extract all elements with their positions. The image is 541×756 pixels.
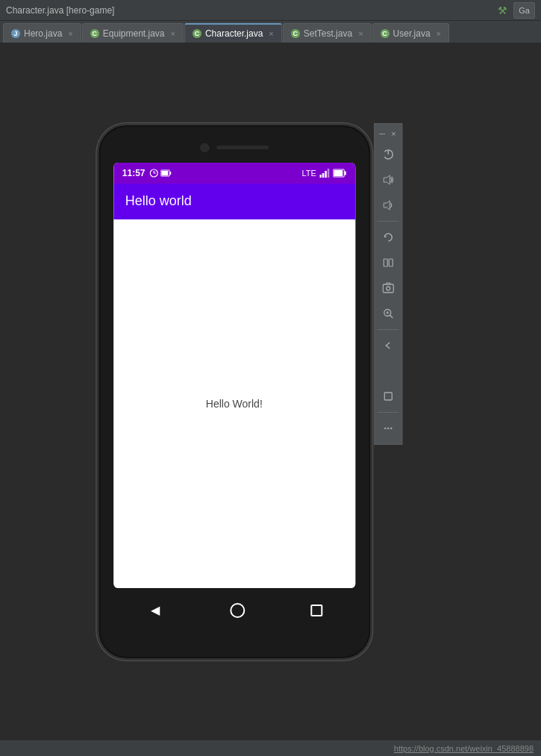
- hello-world-text: Hello World!: [206, 398, 263, 410]
- tab-user[interactable]: C User.java ×: [372, 23, 449, 43]
- tab-label-character: Character.java: [205, 28, 263, 39]
- clock-icon: [150, 169, 159, 178]
- title-bar: Character.java [hero-game] ⚒ Ga: [0, 0, 541, 21]
- tab-icon-hero: J: [11, 29, 20, 38]
- svg-point-29: [390, 427, 392, 428]
- tab-label-user: User.java: [393, 28, 431, 39]
- editor-area: 11:57: [0, 43, 541, 740]
- tab-character[interactable]: C Character.java ×: [184, 23, 282, 43]
- phone-top-bar: [106, 133, 363, 163]
- status-bar: 11:57: [113, 163, 355, 184]
- svg-point-28: [387, 427, 389, 428]
- power-button[interactable]: [376, 143, 400, 166]
- tab-icon-settest: C: [291, 29, 300, 38]
- svg-point-27: [384, 427, 386, 428]
- tab-close-equipment[interactable]: ×: [171, 29, 175, 38]
- nav-home-button[interactable]: [230, 603, 245, 618]
- nav-back-button[interactable]: ◀: [146, 602, 164, 619]
- tab-hero[interactable]: J Hero.java ×: [3, 23, 81, 43]
- phone-screen[interactable]: 11:57: [113, 163, 355, 588]
- tab-close-hero[interactable]: ×: [68, 29, 72, 38]
- tab-label-settest: SetTest.java: [304, 28, 352, 39]
- window-title: Character.java [hero-game]: [6, 5, 114, 16]
- volume-up-button[interactable]: [376, 168, 400, 192]
- svg-rect-6: [319, 175, 322, 178]
- phone-device: 11:57: [96, 123, 372, 660]
- volume-down-button[interactable]: [376, 193, 400, 217]
- svg-rect-9: [327, 169, 329, 178]
- svg-marker-16: [384, 201, 390, 210]
- svg-rect-5: [162, 171, 169, 175]
- svg-rect-11: [344, 171, 345, 175]
- recents-nav-button[interactable]: [376, 384, 400, 408]
- more-options-button[interactable]: [376, 416, 400, 440]
- svg-rect-8: [325, 171, 327, 178]
- tab-close-character[interactable]: ×: [269, 29, 273, 38]
- svg-line-23: [390, 315, 393, 318]
- svg-rect-19: [389, 259, 393, 266]
- back-nav-button[interactable]: [376, 334, 400, 357]
- hammer-icon: ⚒: [494, 2, 510, 19]
- tab-label-hero: Hero.java: [24, 28, 62, 39]
- tab-equipment[interactable]: C Equipment.java ×: [82, 23, 184, 43]
- screenshot-button[interactable]: [376, 276, 400, 300]
- phone-inner: 11:57: [106, 133, 363, 651]
- lte-label: LTE: [301, 169, 316, 178]
- bottom-url[interactable]: https://blog.csdn.net/weixin_45888898: [394, 744, 534, 753]
- emulator-close-button[interactable]: ×: [389, 128, 398, 139]
- svg-rect-26: [384, 393, 392, 400]
- status-right: LTE: [301, 169, 345, 178]
- main-area: 11:57: [0, 43, 541, 740]
- app-bar: Hello world: [113, 184, 355, 219]
- title-bar-right: ⚒ Ga: [494, 2, 535, 19]
- tab-settest[interactable]: C SetTest.java ×: [283, 23, 372, 43]
- svg-rect-12: [334, 170, 343, 176]
- tab-icon-equipment: C: [90, 29, 99, 38]
- svg-marker-15: [384, 175, 390, 184]
- speaker-bar: [216, 146, 269, 149]
- battery-icon: [333, 169, 346, 178]
- signal-icon: [319, 169, 330, 178]
- rotate-button[interactable]: [376, 225, 400, 249]
- svg-rect-18: [384, 259, 387, 266]
- emulator-divider-1: [377, 221, 398, 222]
- tab-icon-user: C: [381, 29, 390, 38]
- app-bar-title: Hello world: [125, 193, 192, 209]
- zoom-button[interactable]: [376, 302, 400, 325]
- status-icons: [150, 169, 172, 178]
- tab-close-user[interactable]: ×: [437, 29, 441, 38]
- emulator-minimize-button[interactable]: ─: [378, 128, 387, 139]
- emulator-top-controls: ─ ×: [375, 127, 401, 140]
- bottom-bar: https://blog.csdn.net/weixin_45888898: [0, 740, 541, 756]
- camera-dot: [200, 143, 209, 152]
- app-content: Hello World!: [113, 219, 355, 588]
- ga-button[interactable]: Ga: [513, 2, 535, 19]
- emulator-divider-2: [377, 329, 398, 330]
- fold-button[interactable]: [376, 251, 400, 275]
- svg-point-21: [386, 287, 390, 290]
- phone-bottom-nav: ◀: [113, 588, 355, 633]
- tab-label-equipment: Equipment.java: [103, 28, 165, 39]
- emulator-divider-3: [377, 412, 398, 413]
- home-nav-button[interactable]: [376, 359, 400, 383]
- tab-bar: J Hero.java × C Equipment.java × C Chara…: [0, 21, 541, 43]
- emulator-sidebar: ─ ×: [374, 123, 402, 445]
- nav-recents-button[interactable]: [310, 605, 322, 616]
- tab-icon-character: C: [193, 29, 201, 38]
- battery-icon-small: [161, 169, 172, 177]
- svg-rect-7: [322, 173, 324, 178]
- phone-emulator-container: 11:57: [96, 123, 402, 660]
- svg-rect-20: [383, 284, 393, 293]
- svg-rect-4: [170, 172, 172, 175]
- tab-close-settest[interactable]: ×: [358, 29, 363, 38]
- status-time: 11:57: [122, 168, 146, 178]
